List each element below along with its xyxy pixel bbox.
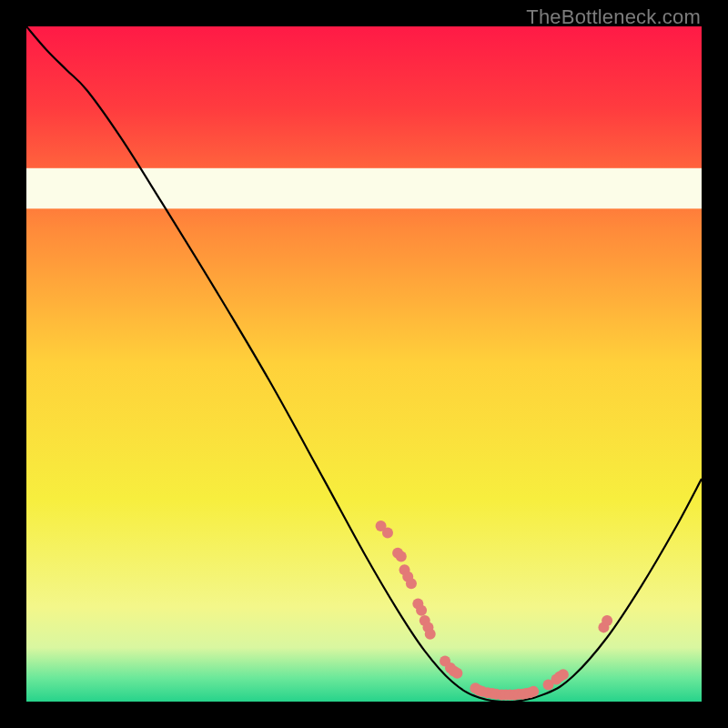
data-marker bbox=[396, 551, 407, 561]
chart-svg bbox=[26, 26, 702, 702]
data-marker bbox=[425, 629, 436, 640]
data-marker bbox=[416, 605, 427, 616]
data-marker bbox=[528, 686, 539, 697]
data-marker bbox=[602, 615, 612, 626]
data-marker bbox=[558, 669, 569, 680]
highlight-band bbox=[26, 168, 702, 209]
chart-frame bbox=[26, 26, 702, 702]
data-marker bbox=[406, 578, 417, 589]
data-marker bbox=[451, 668, 462, 679]
data-marker bbox=[382, 528, 393, 539]
gradient-background bbox=[26, 26, 702, 702]
